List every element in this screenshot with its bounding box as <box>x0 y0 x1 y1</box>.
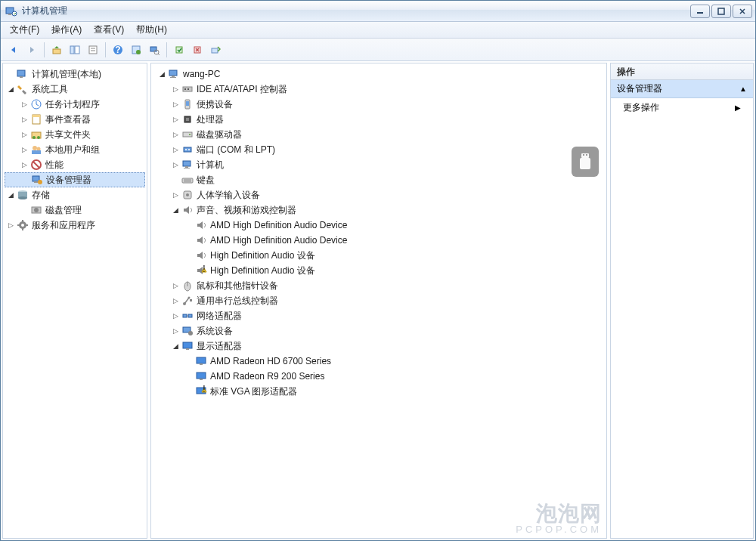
scan-button[interactable] <box>146 42 163 58</box>
tree-node[interactable]: ◢显示适配器 <box>153 339 605 354</box>
menu-file[interactable]: 文件(F) <box>4 22 45 38</box>
actions-more[interactable]: 更多操作 ▶ <box>611 98 753 117</box>
expand-icon[interactable]: ▷ <box>20 130 29 139</box>
expand-icon[interactable]: ▷ <box>171 311 180 320</box>
expand-icon[interactable]: ▷ <box>171 130 180 139</box>
expand-icon[interactable]: ▷ <box>6 221 15 230</box>
properties-button[interactable] <box>85 42 101 58</box>
expand-icon[interactable]: ▷ <box>20 100 29 109</box>
back-button[interactable] <box>5 42 22 58</box>
tree-node[interactable]: ▷事件查看器 <box>5 112 145 127</box>
show-hide-tree-button[interactable] <box>67 42 83 58</box>
tree-node[interactable]: ◢存储 <box>5 187 145 202</box>
tree-node[interactable]: ▷共享文件夹 <box>5 127 145 142</box>
tree-node-label: 便携设备 <box>197 98 233 111</box>
tree-node[interactable]: ▷通用串行总线控制器 <box>153 293 605 308</box>
tree-node[interactable]: ▷鼠标和其他指针设备 <box>153 278 605 293</box>
tree-node[interactable]: AMD Radeon R9 200 Series <box>153 369 605 384</box>
update-driver-button[interactable] <box>207 42 224 58</box>
collapse-icon[interactable]: ◢ <box>6 85 15 94</box>
storage-icon <box>17 189 29 201</box>
tree-node[interactable]: !标准 VGA 图形适配器 <box>153 384 605 399</box>
tree-node[interactable]: ◢系统工具 <box>5 82 145 97</box>
expand-icon[interactable]: ▷ <box>171 296 180 305</box>
svg-rect-54 <box>183 132 192 137</box>
tree-node[interactable]: 磁盘管理 <box>5 202 145 218</box>
expand-icon[interactable]: ▷ <box>20 145 29 154</box>
actions-section[interactable]: 设备管理器 ▲ <box>611 80 753 98</box>
tree-node[interactable]: 计算机管理(本地) <box>5 66 145 82</box>
tree-node[interactable]: ▷系统设备 <box>153 323 605 339</box>
expand-icon[interactable]: ▷ <box>20 160 29 169</box>
tree-node[interactable]: ▷服务和应用程序 <box>5 218 145 233</box>
display-icon <box>195 355 207 367</box>
tree-node[interactable]: ▷便携设备 <box>153 97 605 112</box>
tree-node-label: 磁盘管理 <box>45 204 82 217</box>
system-icon <box>181 325 194 337</box>
minimize-button[interactable] <box>690 5 710 18</box>
svg-rect-59 <box>183 161 191 166</box>
collapse-icon[interactable]: ◢ <box>6 190 15 199</box>
tree-node[interactable]: ▷本地用户和组 <box>5 142 145 157</box>
tree-node-label: 共享文件夹 <box>45 128 91 141</box>
disk-icon <box>30 204 42 216</box>
sched-icon <box>30 98 42 110</box>
maximize-button[interactable] <box>711 5 731 18</box>
tree-node[interactable]: ▷处理器 <box>153 112 605 127</box>
expand-icon[interactable]: ▷ <box>171 145 180 154</box>
tree-node[interactable]: ◢声音、视频和游戏控制器 <box>153 202 605 218</box>
tree-node[interactable]: ◢wang-PC <box>153 66 605 82</box>
tree-node-label: 端口 (COM 和 LPT) <box>197 144 275 156</box>
tree-node[interactable]: ▷人体学输入设备 <box>153 187 605 202</box>
refresh-button[interactable] <box>128 42 144 58</box>
tree-node[interactable]: ▷网络适配器 <box>153 308 605 323</box>
collapse-icon[interactable]: ◢ <box>157 70 166 79</box>
tree-node[interactable]: ▷端口 (COM 和 LPT) <box>153 142 605 157</box>
expand-icon[interactable]: ▷ <box>171 85 180 94</box>
enable-device-button[interactable] <box>171 42 187 58</box>
usb-notification-icon[interactable] <box>572 147 599 177</box>
tree-node[interactable]: 键盘 <box>153 172 605 187</box>
menu-view[interactable]: 查看(V) <box>88 22 130 38</box>
svg-rect-31 <box>32 150 41 154</box>
expand-icon[interactable]: ▷ <box>20 115 29 124</box>
tree-node[interactable]: ▷计算机 <box>153 157 605 172</box>
svg-rect-72 <box>190 299 192 301</box>
tree-node[interactable]: 设备管理器 <box>5 172 145 187</box>
expand-icon[interactable]: ▷ <box>171 160 180 169</box>
close-button[interactable] <box>733 5 752 18</box>
menu-help[interactable]: 帮助(H) <box>130 22 173 38</box>
tree-node[interactable]: ▷任务计划程序 <box>5 97 145 112</box>
disable-device-button[interactable] <box>189 42 206 58</box>
device-tree[interactable]: ◢wang-PC▷IDE ATA/ATAPI 控制器▷便携设备▷处理器▷磁盘驱动… <box>151 63 606 402</box>
svg-rect-88 <box>586 154 587 156</box>
forward-button[interactable] <box>23 42 40 58</box>
tree-node[interactable]: !High Definition Audio 设备 <box>153 263 605 278</box>
up-button[interactable] <box>48 42 65 58</box>
expand-icon[interactable]: ▷ <box>171 190 180 199</box>
tree-node-label: 显示适配器 <box>197 340 242 353</box>
expand-icon[interactable]: ▷ <box>171 100 180 109</box>
expand-icon[interactable]: ▷ <box>171 326 180 335</box>
help-button[interactable]: ? <box>110 42 126 58</box>
svg-rect-74 <box>188 314 192 317</box>
tree-node-label: 通用串行总线控制器 <box>197 295 278 308</box>
tree-node[interactable]: ▷IDE ATA/ATAPI 控制器 <box>153 82 605 97</box>
tree-node[interactable]: ▷磁盘驱动器 <box>153 127 605 142</box>
expand-icon[interactable]: ▷ <box>171 115 180 124</box>
expand-icon[interactable]: ▷ <box>171 281 180 290</box>
svg-point-55 <box>189 134 191 135</box>
tree-node[interactable]: High Definition Audio 设备 <box>153 248 605 263</box>
tree-node[interactable]: AMD High Definition Audio Device <box>153 233 605 248</box>
tree-node[interactable]: ▷性能 <box>5 157 145 172</box>
menubar: 文件(F) 操作(A) 查看(V) 帮助(H) <box>1 22 755 39</box>
tree-node[interactable]: AMD High Definition Audio Device <box>153 218 605 233</box>
collapse-icon[interactable]: ◢ <box>171 206 180 215</box>
menu-action[interactable]: 操作(A) <box>45 22 88 38</box>
left-pane: 计算机管理(本地)◢系统工具▷任务计划程序▷事件查看器▷共享文件夹▷本地用户和组… <box>2 63 147 539</box>
svg-rect-22 <box>20 76 23 78</box>
console-tree[interactable]: 计算机管理(本地)◢系统工具▷任务计划程序▷事件查看器▷共享文件夹▷本地用户和组… <box>3 63 147 236</box>
tree-node[interactable]: AMD Radeon HD 6700 Series <box>153 354 605 369</box>
svg-point-41 <box>34 208 39 212</box>
collapse-icon[interactable]: ◢ <box>171 342 180 351</box>
